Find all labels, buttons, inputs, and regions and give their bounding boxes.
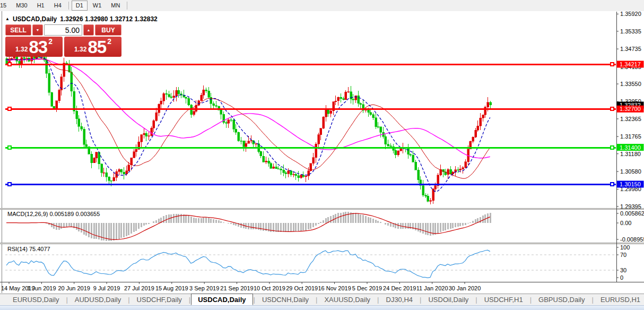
chart-tabs-bar: EURUSD,Daily|AUDUSD,Daily|USDCHF,Daily|U… [0,294,644,305]
rsi-title: RSI(14) 75.4077 [7,246,50,252]
candle-body [320,128,322,135]
candle-body [283,170,285,173]
candle-body [327,109,329,114]
candle-body [335,101,337,102]
sell-button[interactable]: SELL [5,24,31,36]
timeframe-button-15[interactable]: 15 [0,1,11,11]
timeframe-button-d1[interactable]: D1 [72,1,88,11]
candle-body [487,102,489,107]
volume-increase-button[interactable]: ▲ [83,24,94,36]
chart-tab-audusd-daily[interactable]: AUDUSD,Daily [68,295,127,305]
candle-body [153,120,155,128]
volume-input[interactable] [44,24,82,36]
candle-body [407,148,410,154]
level-handle[interactable] [8,183,11,186]
chart-tab-eurusd-h1[interactable]: EURUSD,H1 [594,295,644,305]
timeframe-button-w1[interactable]: W1 [89,1,106,11]
y-axis-tick-label: 1.33550 [620,81,641,87]
candle-body [302,175,304,177]
chart-tab-gbpusd-daily[interactable]: GBPUSD,Daily [532,295,591,305]
candle-body [123,172,125,174]
candle-body [190,105,193,115]
level-handle[interactable] [8,107,11,110]
level-price-chip-text: 1.34217 [620,61,641,67]
level-handle[interactable] [611,183,614,186]
chart-tab-eurusd-daily[interactable]: EURUSD,Daily [6,295,65,305]
candle-body [176,90,178,96]
y-axis-tick-label: 1.32365 [620,116,641,122]
candle-body [447,169,449,175]
candle-body [323,117,325,128]
candle-body [337,97,340,101]
candle-body [290,171,292,175]
chart-tab-usdchf-daily[interactable]: USDCHF,Daily [130,295,188,305]
status-strip [0,305,644,310]
level-handle[interactable] [611,107,614,110]
chart-quote-line: ▲ USDCAD,Daily 1.32926 1.32980 1.32712 1… [5,15,121,23]
candle-body [228,120,230,124]
candle-body [163,93,165,101]
candle-body [48,73,50,92]
level-price-chip-text: 1.32700 [620,106,641,112]
level-handle[interactable] [611,146,614,149]
tab-separator: | [475,296,477,304]
chart-tab-usdcnh-daily[interactable]: USDCNH,Daily [256,295,315,305]
date-label: 30 Jan 2020 [449,285,481,291]
level-handle[interactable] [8,63,11,66]
candle-body [193,111,195,115]
sell-price-tile[interactable]: 1.32 83 2 [5,37,63,57]
buy-button[interactable]: BUY [95,24,121,36]
candle-body [330,111,332,114]
candle-body [215,106,217,107]
buy-price-tile[interactable]: 1.32 85 2 [64,37,121,57]
tab-separator: | [316,296,317,304]
timeframe-button-h1[interactable]: H1 [33,1,49,11]
y-axis-tick-label: 1.31180 [620,151,641,157]
candle-body [325,109,327,117]
candle-body [490,102,492,105]
candle-body [151,128,153,136]
candle-body [427,196,429,201]
candle-body [238,132,240,141]
y-axis-tick-label: 1.29395 [620,203,641,210]
chart-tab-xauusd-daily[interactable]: XAUUSD,Daily [318,295,377,305]
candle-body [120,169,123,172]
candle-body [358,96,360,103]
candle-body [350,92,352,99]
level-handle[interactable] [611,63,614,66]
y-axis-tick-label: 1.35920 [620,11,641,17]
candle-body [263,156,265,162]
tab-separator: | [66,296,67,304]
candle-body [288,171,290,174]
candle-body [235,129,237,132]
timeframe-button-m30[interactable]: M30 [12,1,31,11]
volume-decrease-button[interactable]: ▼ [32,24,43,36]
symbol-title: USDCAD,Daily [13,15,57,23]
candle-body [106,173,108,177]
buy-price-big: 85 [88,39,106,55]
candle-body [53,106,55,108]
candle-body [56,101,58,108]
candle-body [360,104,362,105]
candle-body [135,149,137,152]
ohlc-values: 1.32926 1.32980 1.32712 1.32832 [60,15,158,23]
chart-tab-usdoil-daily[interactable]: USDOil,Daily [422,295,475,305]
candle-body [93,158,95,163]
timeframe-button-h4[interactable]: H4 [50,1,66,11]
candle-body [273,167,275,168]
candle-body [372,115,375,118]
candle-body [126,171,128,174]
timeframe-button-mn[interactable]: MN [107,1,124,11]
chart-tab-usdchf-h1[interactable]: USDCHF,H1 [478,295,529,305]
sell-price-prefix: 1.32 [15,46,28,53]
level-handle[interactable] [8,146,11,149]
collapse-panel-icon[interactable]: ▲ [5,16,10,21]
candle-body [340,97,342,98]
candle-body [352,99,354,100]
candle-body [475,130,477,137]
candle-body [95,152,98,158]
chart-tab-usdcad-daily[interactable]: USDCAD,Daily [191,294,253,305]
candle-body [166,93,168,94]
chart-tab-dj30-h4[interactable]: DJ30,H4 [380,295,420,305]
date-label: 11 Jan 2020 [416,285,448,291]
